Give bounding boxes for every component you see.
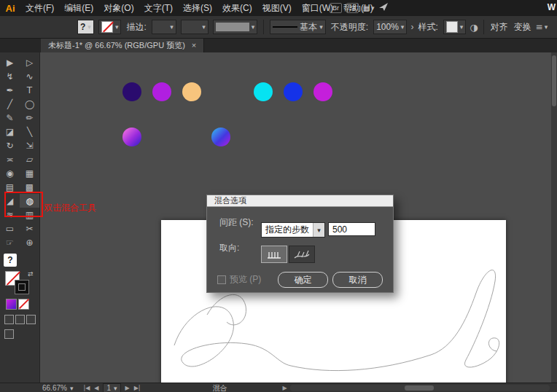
ellipse-tool[interactable]: ◯ [20,97,39,111]
opacity-value: 100% [376,22,399,32]
magic-wand-tool[interactable]: ↯ [0,69,20,83]
align-button[interactable]: 对齐 [491,21,508,34]
screen-mode-icon[interactable] [4,329,14,339]
draw-inside-icon[interactable] [26,315,36,324]
ok-button[interactable]: 确定 [278,272,328,288]
stock-icon[interactable]: St [346,3,359,13]
draw-behind-icon[interactable] [15,315,25,324]
control-bar: ? ▾ ▾ 描边: ▾ ▾ ▾ 基本 ▾ 不透明度: 100% ▾ › 样式: [0,16,557,39]
bridge-icon[interactable]: Br [330,3,342,13]
none-button[interactable] [18,299,29,310]
transform-button[interactable]: 变换 [514,21,531,34]
current-tool-label: 混合 [213,383,227,392]
orientation-align-page-button[interactable] [261,246,287,263]
paintbrush-tool[interactable]: ✎ [0,111,20,125]
caret-icon: ▾ [313,223,324,237]
document-tab-bar: 未标题-1* @ 66.67% (RGB/GPU 预览) × [0,38,557,52]
caret-icon: ▾ [460,23,464,31]
caret-icon: ▾ [87,23,91,31]
lasso-tool[interactable]: ∿ [20,69,39,83]
caret-icon: ▾ [70,385,74,392]
horizontal-scrollbar-thumb[interactable] [405,385,434,391]
selection-tool[interactable]: ▶ [0,55,20,69]
menubar-right-icons: Br St ▦ ▾ [330,0,389,16]
stroke-color-dropdown[interactable]: ▾ [152,20,176,34]
tools-panel: ▶▷↯∿✒T╱◯✎✏◪╲↻⇲≍▱◉▦▤▩◢◍≋▥▭✂☞⊕ ? ⇄ [0,52,40,383]
eraser-tool[interactable]: ◪ [0,125,20,138]
align-path-icon [293,250,311,259]
menu-item-edit[interactable]: 编辑(E) [59,2,98,15]
opacity-dropdown[interactable]: 100% ▾ [373,20,407,34]
page-number-dropdown[interactable]: 1 ▾ [103,383,120,392]
gpu-performance-icon[interactable] [379,3,389,14]
rotate-tool[interactable]: ↻ [0,138,20,152]
prev-page-icon[interactable]: ◀ [94,385,98,391]
tab-close-icon[interactable]: × [192,41,196,50]
type-tool[interactable]: T [20,83,39,97]
menu-item-type[interactable]: 文字(T) [139,2,178,15]
panel-menu-icon[interactable]: ≡ [536,22,543,32]
recolor-artwork-icon[interactable]: ◑ [470,22,478,33]
stroke-swatch[interactable] [15,280,29,294]
menu-item-select[interactable]: 选择(S) [178,2,217,15]
horizontal-scrollbar[interactable] [290,385,550,391]
scale-tool[interactable]: ⇲ [20,138,39,152]
checkbox-icon [217,275,226,284]
document-tab[interactable]: 未标题-1* @ 66.67% (RGB/GPU 预览) × [41,38,204,52]
status-expand-icon[interactable]: ▶ [283,385,287,391]
width-tool[interactable]: ≍ [0,152,20,166]
steps-input[interactable]: 500 [328,222,375,236]
color-button[interactable] [6,299,17,310]
zoom-level-dropdown[interactable]: 66.67% ▾ [42,384,73,392]
arrange-documents-icon[interactable]: ▦ ▾ [363,4,375,12]
orientation-label: 取向: [219,242,239,254]
shape-builder-tool[interactable]: ◉ [0,166,20,180]
document-title: 未标题-1* @ 66.67% (RGB/GPU 预览) [48,40,185,51]
knife-tool[interactable]: ╲ [20,125,39,138]
pen-tool[interactable]: ✒ [0,83,20,97]
preview-checkbox[interactable]: 预览 (P) [217,273,261,286]
line-segment-tool[interactable]: ╱ [0,97,20,111]
style-label: 样式: [418,21,437,34]
divider [263,20,264,34]
divider [483,20,484,34]
spacing-dropdown[interactable]: 指定的步数 ▾ [261,222,325,238]
caret-icon: ▾ [252,23,255,31]
first-page-icon[interactable]: |◀ [83,385,90,391]
hand-tool[interactable]: ☞ [0,235,20,249]
next-page-icon[interactable]: ▶ [125,385,130,391]
stroke-weight-dropdown[interactable]: ▾ [181,20,209,34]
chevron-right-icon[interactable]: › [410,22,413,32]
stroke-preview-line [273,26,297,28]
stroke-label: 描边: [126,21,146,34]
last-page-icon[interactable]: ▶| [134,385,141,391]
help-icon[interactable]: ? [4,254,17,267]
menu-item-view[interactable]: 视图(V) [257,2,297,15]
slice-tool[interactable]: ✂ [20,222,39,235]
menu-item-file[interactable]: 文件(F) [20,2,59,15]
menu-item-object[interactable]: 对象(O) [98,2,139,15]
vertical-scrollbar-thumb[interactable] [552,55,556,106]
fill-color-dropdown[interactable]: ▾ [98,20,122,34]
perspective-grid-tool[interactable]: ▦ [20,166,39,180]
direct-selection-tool[interactable]: ▷ [20,55,39,69]
tool-preset-dropdown[interactable]: ? ▾ [77,20,94,34]
tools-grid: ▶▷↯∿✒T╱◯✎✏◪╲↻⇲≍▱◉▦▤▩◢◍≋▥▭✂☞⊕ [0,55,39,249]
draw-normal-icon[interactable] [4,315,14,324]
artboard-tool[interactable]: ▭ [0,222,20,235]
zoom-tool[interactable]: ⊕ [20,235,39,249]
caret-icon: ▾ [401,23,405,31]
workspace-label[interactable]: W [548,2,556,12]
width-profile-dropdown[interactable]: 基本 ▾ [270,20,326,34]
vertical-scrollbar[interactable] [551,52,557,383]
caret-icon: ▾ [115,23,119,31]
brush-definition-dropdown[interactable]: ▾ [213,20,258,34]
dialog-titlebar[interactable]: 混合选项 [207,195,393,207]
pencil-tool[interactable]: ✏ [20,111,39,125]
swap-fill-stroke-icon[interactable]: ⇄ [28,270,34,278]
free-transform-tool[interactable]: ▱ [20,152,39,166]
menu-item-effect[interactable]: 效果(C) [217,2,257,15]
style-dropdown[interactable]: ▾ [443,20,467,34]
orientation-align-path-button[interactable] [289,246,315,263]
cancel-button[interactable]: 取消 [332,272,383,288]
